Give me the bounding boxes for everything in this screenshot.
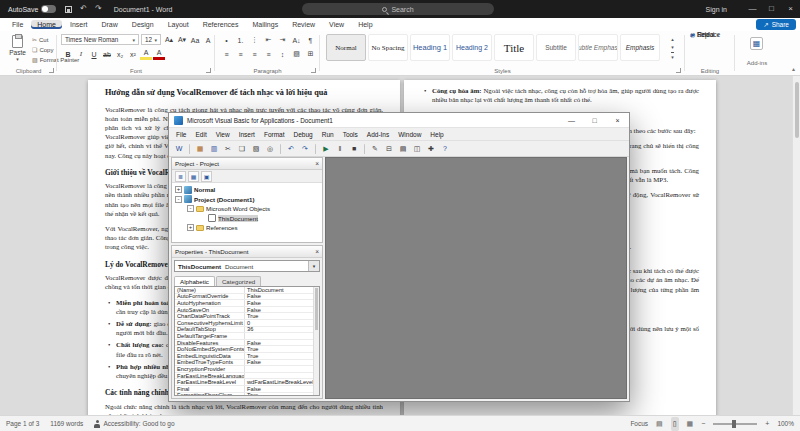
- property-row[interactable]: ChartDataPointTrack True: [175, 313, 319, 320]
- style-heading-2[interactable]: Heading 2: [452, 34, 492, 61]
- dialog-launcher-icon[interactable]: [311, 68, 316, 73]
- zoom-slider[interactable]: [713, 423, 757, 425]
- bullets-button[interactable]: •: [220, 34, 233, 46]
- property-row[interactable]: ConsecutiveHyphensLimit 0: [175, 320, 319, 327]
- bold-button[interactable]: B: [62, 48, 74, 60]
- print-layout-icon[interactable]: ▯: [671, 417, 679, 431]
- vba-close-button[interactable]: ×: [606, 113, 629, 128]
- page-indicator[interactable]: Page 1 of 3: [6, 420, 39, 427]
- property-row[interactable]: Final False: [175, 386, 319, 393]
- clear-formatting-button[interactable]: A: [202, 34, 214, 46]
- style-normal[interactable]: Normal: [326, 34, 366, 61]
- gallery-down-icon[interactable]: ▾: [671, 44, 674, 50]
- property-row[interactable]: DefaultTabStop 36: [175, 327, 319, 334]
- save-icon[interactable]: [65, 6, 72, 13]
- scrollbar-thumb[interactable]: [795, 82, 799, 138]
- justify-button[interactable]: ≡: [262, 48, 275, 60]
- sign-in-button[interactable]: Sign in: [706, 6, 727, 13]
- close-button[interactable]: ×: [781, 0, 800, 18]
- scrollbar-thumb[interactable]: [315, 288, 318, 330]
- vba-menu-item[interactable]: Run: [318, 130, 338, 139]
- tab-references[interactable]: References: [197, 20, 245, 29]
- property-row[interactable]: (Name) ThisDocument: [175, 287, 319, 294]
- property-row[interactable]: FarEastLineBreakLanguage: [175, 373, 319, 380]
- share-button[interactable]: ↗ Share: [756, 19, 796, 30]
- tree-item-project-document1[interactable]: - Project (Document1): [172, 195, 322, 205]
- vba-menu-item[interactable]: Debug: [290, 130, 317, 139]
- property-row[interactable]: DisableFeatures False: [175, 340, 319, 347]
- document-scrollbar[interactable]: [792, 76, 800, 415]
- find-icon[interactable]: ◎: [264, 143, 276, 155]
- align-center-button[interactable]: ≡: [234, 48, 247, 60]
- separator[interactable]: [280, 144, 281, 154]
- italic-button[interactable]: I: [75, 48, 87, 60]
- vba-menu-item[interactable]: Window: [394, 130, 425, 139]
- vba-minimize-button[interactable]: —: [560, 113, 583, 128]
- property-row[interactable]: EmbedTrueTypeFonts False: [175, 360, 319, 367]
- borders-button[interactable]: ⊞: [304, 48, 317, 60]
- design-mode-icon[interactable]: ✎: [369, 143, 381, 155]
- subscript-button[interactable]: x₂: [114, 48, 126, 60]
- undo-icon[interactable]: ↶: [80, 0, 87, 18]
- font-family-combo[interactable]: Times New Roman ▾: [61, 34, 139, 45]
- style-emphasis[interactable]: Emphasis: [620, 34, 660, 61]
- search-box[interactable]: Search: [302, 3, 494, 15]
- style-no-spacing[interactable]: No Spacing: [368, 34, 408, 61]
- save-icon[interactable]: ▥: [208, 143, 220, 155]
- word-count[interactable]: 1169 words: [50, 420, 83, 427]
- property-row[interactable]: EmbedLinguisticData True: [175, 353, 319, 360]
- view-code-icon[interactable]: ≣: [175, 171, 186, 182]
- tab-home[interactable]: Home: [31, 20, 62, 29]
- vba-menu-item[interactable]: File: [172, 130, 190, 139]
- tab-view[interactable]: View: [323, 20, 350, 29]
- minimize-button[interactable]: —: [743, 0, 762, 18]
- shrink-font-button[interactable]: A▾: [176, 34, 188, 46]
- expand-icon[interactable]: +: [187, 224, 194, 231]
- tab-file[interactable]: File: [6, 20, 29, 29]
- focus-button[interactable]: Focus: [630, 420, 648, 427]
- dialog-launcher-icon[interactable]: [206, 68, 211, 73]
- tree-item-references[interactable]: + References: [172, 223, 322, 233]
- property-row[interactable]: DefaultTargetFrame: [175, 333, 319, 340]
- chevron-down-icon[interactable]: ▾: [308, 261, 319, 271]
- property-row[interactable]: AutoSaveOn False: [175, 307, 319, 314]
- redo-icon[interactable]: ↷: [95, 0, 102, 18]
- paste-icon[interactable]: ▧: [250, 143, 262, 155]
- vba-menu-item[interactable]: Insert: [235, 130, 259, 139]
- style-title[interactable]: Title: [494, 34, 534, 61]
- decrease-indent-button[interactable]: ⇤: [262, 34, 275, 46]
- style-heading-1[interactable]: Heading 1: [410, 34, 450, 61]
- project-panel-header[interactable]: Project - Project ×: [172, 158, 322, 170]
- vba-menu-item[interactable]: Edit: [191, 130, 210, 139]
- maximize-button[interactable]: □: [762, 0, 781, 18]
- zoom-percentage[interactable]: 100%: [777, 420, 794, 427]
- vba-menu-item[interactable]: Tools: [339, 130, 362, 139]
- separator[interactable]: [189, 144, 190, 154]
- tab-categorized[interactable]: Categorized: [216, 276, 261, 286]
- object-browser-icon[interactable]: ◫: [411, 143, 423, 155]
- strikethrough-button[interactable]: ab: [101, 48, 113, 60]
- tree-item-normal[interactable]: + Normal: [172, 185, 322, 195]
- undo-icon[interactable]: ↶: [285, 143, 297, 155]
- separator[interactable]: [364, 144, 365, 154]
- increase-indent-button[interactable]: ⇥: [276, 34, 289, 46]
- redo-icon[interactable]: ↷: [299, 143, 311, 155]
- tab-mailings[interactable]: Mailings: [246, 20, 284, 29]
- toolbox-icon[interactable]: ✚: [425, 143, 437, 155]
- object-combo[interactable]: ThisDocument Document ▾: [174, 260, 320, 272]
- property-row[interactable]: AutoFormatOverride False: [175, 294, 319, 301]
- numbering-button[interactable]: 1.: [234, 34, 247, 46]
- sort-button[interactable]: A↓: [290, 34, 303, 46]
- autosave-toggle[interactable]: AutoSave: [8, 5, 56, 13]
- toggle-folders-icon[interactable]: ▣: [201, 171, 212, 182]
- reset-icon[interactable]: ■: [348, 143, 360, 155]
- vba-maximize-button[interactable]: □: [583, 113, 606, 128]
- run-icon[interactable]: ▶: [320, 143, 332, 155]
- collapse-ribbon-icon[interactable]: ▴: [792, 65, 795, 72]
- zoom-slider-thumb[interactable]: [732, 420, 736, 428]
- close-icon[interactable]: ×: [315, 248, 319, 255]
- tree-item-thisdocument[interactable]: ThisDocument: [172, 214, 322, 224]
- select-button[interactable]: ➤ Select ▾: [690, 31, 719, 38]
- dialog-launcher-icon[interactable]: [49, 68, 54, 73]
- paste-button[interactable]: Paste ▾: [5, 34, 30, 63]
